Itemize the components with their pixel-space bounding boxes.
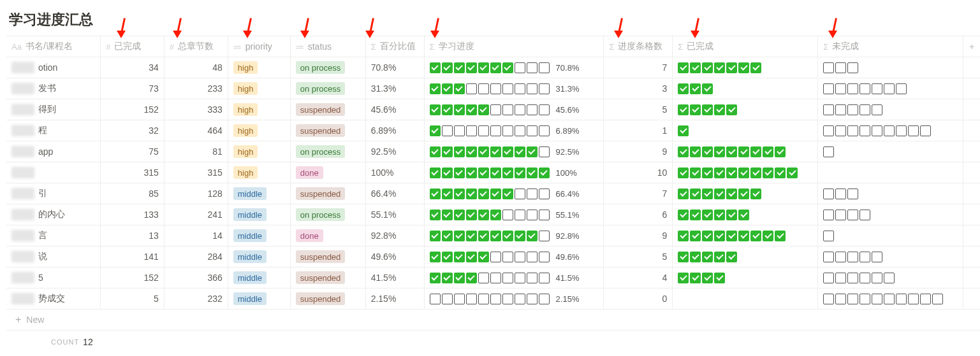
cell-undone-boxes[interactable] <box>818 225 963 246</box>
cell-total[interactable]: 81 <box>165 141 228 162</box>
cell-status[interactable]: suspended <box>291 183 366 204</box>
cell-bars[interactable]: 7 <box>604 57 673 78</box>
cell-bars[interactable]: 10 <box>604 162 673 183</box>
col-header-undone[interactable]: Σ未完成 <box>818 36 963 57</box>
table-row[interactable]: 势成交5232middlesuspended2.15%2.15%0 <box>6 288 980 310</box>
col-header-status[interactable]: ≔status <box>291 36 366 57</box>
cell-progress[interactable]: 92.8% <box>425 225 604 246</box>
cell-undone-boxes[interactable] <box>818 99 963 120</box>
cell-undone-boxes[interactable] <box>818 204 963 225</box>
cell-undone-boxes[interactable] <box>818 267 963 288</box>
cell-name[interactable]: otion <box>6 57 101 78</box>
cell-percent[interactable]: 92.8% <box>366 225 425 246</box>
table-row[interactable]: 发书73233highon process31.3%31.3%3 <box>6 78 980 99</box>
cell-status[interactable]: on process <box>291 204 366 225</box>
cell-done-boxes[interactable] <box>673 225 818 246</box>
cell-name[interactable]: 势成交 <box>6 288 101 309</box>
cell-bars[interactable]: 5 <box>604 99 673 120</box>
cell-name[interactable]: 言 <box>6 225 101 246</box>
cell-priority[interactable]: middle <box>228 267 291 288</box>
cell-bars[interactable]: 4 <box>604 267 673 288</box>
cell-percent[interactable]: 41.5% <box>366 267 425 288</box>
table-row[interactable]: 得到152333highsuspended45.6%45.6%5 <box>6 99 980 120</box>
table-row[interactable]: 的内心133241middleon process55.1%55.1%6 <box>6 204 980 225</box>
cell-percent[interactable]: 6.89% <box>366 120 425 141</box>
cell-priority[interactable]: high <box>228 120 291 141</box>
cell-name[interactable]: 5 <box>6 267 101 288</box>
cell-total[interactable]: 464 <box>165 120 228 141</box>
col-header-percent[interactable]: Σ百分比值 <box>366 36 425 57</box>
cell-done-boxes[interactable] <box>673 78 818 99</box>
cell-percent[interactable]: 49.6% <box>366 246 425 267</box>
cell-bars[interactable]: 9 <box>604 141 673 162</box>
cell-priority[interactable]: high <box>228 78 291 99</box>
table-row[interactable]: 程32464highsuspended6.89%6.89%1 <box>6 120 980 141</box>
cell-status[interactable]: done <box>291 162 366 183</box>
cell-progress[interactable]: 55.1% <box>425 204 604 225</box>
cell-done[interactable]: 13 <box>101 225 165 246</box>
cell-done-boxes[interactable] <box>673 99 818 120</box>
cell-status[interactable]: on process <box>291 141 366 162</box>
cell-undone-boxes[interactable] <box>818 120 963 141</box>
cell-undone-boxes[interactable] <box>818 78 963 99</box>
cell-total[interactable]: 14 <box>165 225 228 246</box>
col-header-done[interactable]: #已完成 <box>101 36 165 57</box>
cell-priority[interactable]: high <box>228 162 291 183</box>
cell-name[interactable]: 发书 <box>6 78 101 99</box>
cell-percent[interactable]: 70.8% <box>366 57 425 78</box>
cell-percent[interactable]: 92.5% <box>366 141 425 162</box>
cell-bars[interactable]: 7 <box>604 183 673 204</box>
cell-progress[interactable]: 70.8% <box>425 57 604 78</box>
add-column-button[interactable]: + <box>963 36 980 57</box>
cell-total[interactable]: 366 <box>165 267 228 288</box>
cell-name[interactable]: 程 <box>6 120 101 141</box>
cell-done[interactable]: 141 <box>101 246 165 267</box>
cell-bars[interactable]: 1 <box>604 120 673 141</box>
cell-status[interactable]: suspended <box>291 288 366 309</box>
cell-total[interactable]: 333 <box>165 99 228 120</box>
col-header-donebx[interactable]: Σ已完成 <box>673 36 818 57</box>
cell-done[interactable]: 315 <box>101 162 165 183</box>
cell-percent[interactable]: 100% <box>366 162 425 183</box>
cell-done-boxes[interactable] <box>673 120 818 141</box>
table-row[interactable]: 言1314middledone92.8%92.8%9 <box>6 225 980 246</box>
cell-status[interactable]: suspended <box>291 246 366 267</box>
table-row[interactable]: otion3448highon process70.8%70.8%7 <box>6 57 980 78</box>
cell-percent[interactable]: 31.3% <box>366 78 425 99</box>
cell-priority[interactable]: middle <box>228 183 291 204</box>
cell-progress[interactable]: 49.6% <box>425 246 604 267</box>
cell-name[interactable]: 说 <box>6 246 101 267</box>
table-row[interactable]: 5152366middlesuspended41.5%41.5%4 <box>6 267 980 288</box>
col-header-total[interactable]: #总章节数 <box>165 36 228 57</box>
cell-undone-boxes[interactable] <box>818 162 963 183</box>
cell-priority[interactable]: middle <box>228 204 291 225</box>
cell-percent[interactable]: 55.1% <box>366 204 425 225</box>
cell-priority[interactable]: middle <box>228 225 291 246</box>
cell-done[interactable]: 32 <box>101 120 165 141</box>
cell-bars[interactable]: 3 <box>604 78 673 99</box>
cell-progress[interactable]: 92.5% <box>425 141 604 162</box>
table-row[interactable]: 引85128middlesuspended66.4%66.4%7 <box>6 183 980 204</box>
cell-status[interactable]: suspended <box>291 267 366 288</box>
cell-priority[interactable]: middle <box>228 288 291 309</box>
cell-undone-boxes[interactable] <box>818 57 963 78</box>
table-row[interactable]: 说141284middlesuspended49.6%49.6%5 <box>6 246 980 267</box>
cell-priority[interactable]: middle <box>228 246 291 267</box>
cell-name[interactable]: 得到 <box>6 99 101 120</box>
cell-percent[interactable]: 66.4% <box>366 183 425 204</box>
cell-total[interactable]: 284 <box>165 246 228 267</box>
cell-bars[interactable]: 5 <box>604 246 673 267</box>
cell-done[interactable]: 133 <box>101 204 165 225</box>
cell-undone-boxes[interactable] <box>818 246 963 267</box>
cell-percent[interactable]: 2.15% <box>366 288 425 309</box>
cell-done-boxes[interactable] <box>673 57 818 78</box>
cell-done[interactable]: 85 <box>101 183 165 204</box>
cell-total[interactable]: 315 <box>165 162 228 183</box>
cell-total[interactable]: 241 <box>165 204 228 225</box>
col-header-bars[interactable]: Σ进度条格数 <box>604 36 673 57</box>
cell-progress[interactable]: 31.3% <box>425 78 604 99</box>
cell-name[interactable]: 引 <box>6 183 101 204</box>
cell-priority[interactable]: high <box>228 57 291 78</box>
cell-done[interactable]: 75 <box>101 141 165 162</box>
cell-priority[interactable]: high <box>228 99 291 120</box>
